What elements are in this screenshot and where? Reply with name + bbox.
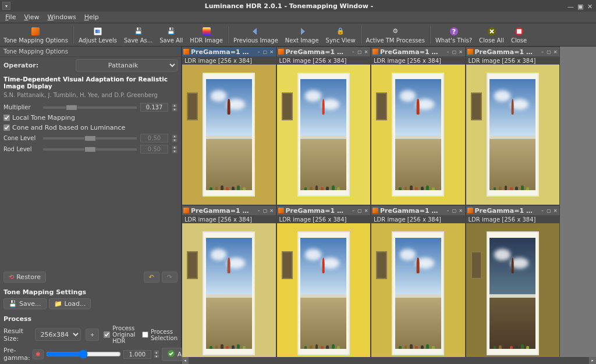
- subwindow-titlebar[interactable]: PreGamma=1 ~ Rein… – ▢ ✕: [371, 206, 465, 215]
- close-button[interactable]: Close: [508, 24, 530, 45]
- scroll-right-button[interactable]: ▸: [589, 357, 596, 364]
- apply-icon: [167, 349, 175, 359]
- subwindow-title: PreGamma=1 ~ Man…: [191, 48, 254, 56]
- sub-maximize-icon[interactable]: ▢: [262, 208, 268, 213]
- close-all-button[interactable]: Close All: [476, 24, 508, 45]
- maximize-icon[interactable]: ▣: [577, 3, 584, 9]
- restore-button[interactable]: ⟲Restore: [3, 272, 46, 283]
- multiplier-slider[interactable]: [43, 106, 137, 109]
- whats-this-button[interactable]: ?What's This?: [432, 24, 476, 45]
- rod-level-input: [140, 145, 168, 154]
- tonemapped-image: [182, 65, 276, 205]
- save-all-button[interactable]: 💾Save All: [156, 24, 186, 45]
- active-tm-button[interactable]: ⚙Active TM Processes: [363, 24, 428, 45]
- app-icon: [278, 208, 284, 213]
- subwindow[interactable]: PreGamma=1 ~ Fatt… – ▢ ✕ LDR image [256 …: [371, 47, 466, 205]
- save-settings-button[interactable]: 💾Save...: [3, 298, 47, 309]
- sub-minimize-icon[interactable]: –: [445, 208, 451, 213]
- pregamma-input[interactable]: [123, 350, 151, 359]
- pregamma-step-down[interactable]: ▾: [154, 354, 159, 358]
- subwindow-titlebar[interactable]: PreGamma=1 ~ Man… – ▢ ✕: [277, 47, 371, 56]
- menu-help[interactable]: Help: [80, 12, 103, 22]
- app-icon: [372, 49, 378, 55]
- sub-maximize-icon[interactable]: ▢: [357, 49, 363, 55]
- subwindow[interactable]: PreGamma=1 ~ Dur… – ▢ ✕ LDR image [256 x…: [276, 205, 371, 364]
- subwindow[interactable]: PreGamma=1 ~ Rein… – ▢ ✕ LDR image [256 …: [371, 205, 466, 364]
- save-as-button[interactable]: 💾Save As...: [120, 24, 156, 45]
- sub-minimize-icon[interactable]: –: [350, 49, 356, 55]
- process-header: Process: [3, 315, 178, 323]
- tonemapped-image: [466, 65, 560, 205]
- multiplier-input[interactable]: [140, 103, 168, 112]
- scroll-left-button[interactable]: ◂: [182, 357, 189, 364]
- pregamma-reset-button[interactable]: ✱: [33, 349, 44, 359]
- subwindow-titlebar[interactable]: PreGamma=1 ~ Dra… – ▢ ✕: [466, 47, 560, 56]
- sub-minimize-icon[interactable]: –: [540, 208, 545, 213]
- subwindow[interactable]: PreGamma=1 ~ Dra… – ▢ ✕ LDR image [256 x…: [182, 205, 276, 364]
- sub-maximize-icon[interactable]: ▢: [357, 208, 363, 213]
- sub-maximize-icon[interactable]: ▢: [452, 49, 457, 55]
- local-tm-checkbox[interactable]: Local Tone Mapping: [3, 114, 178, 122]
- redo-button[interactable]: ↷: [162, 272, 178, 283]
- process-selection-checkbox[interactable]: Process Selection: [142, 329, 178, 341]
- hdr-image-button[interactable]: HDR Image: [186, 24, 226, 45]
- sub-close-icon[interactable]: ✕: [552, 208, 558, 213]
- process-original-checkbox[interactable]: Process Original HDR: [104, 325, 137, 344]
- sub-minimize-icon[interactable]: –: [540, 49, 545, 55]
- sub-minimize-icon[interactable]: –: [256, 208, 262, 213]
- sub-minimize-icon[interactable]: –: [445, 49, 451, 55]
- cone-rod-checkbox[interactable]: Cone and Rod based on Luminance: [3, 124, 178, 131]
- folder-open-icon: 📁: [54, 300, 62, 308]
- subwindow[interactable]: PreGamma=1 ~ Man… – ▢ ✕ LDR image [256 x…: [182, 47, 276, 205]
- sub-close-icon[interactable]: ✕: [458, 208, 464, 213]
- subwindow-title: PreGamma=1 ~ Fatt…: [380, 48, 444, 56]
- tm-options-button[interactable]: Tone Mapping Options: [0, 24, 72, 45]
- subwindow-titlebar[interactable]: PreGamma=1 ~ Dur… – ▢ ✕: [277, 206, 371, 215]
- tm-options-icon: [30, 26, 41, 37]
- sub-minimize-icon[interactable]: –: [350, 208, 356, 213]
- menu-windows[interactable]: Windows: [44, 12, 80, 22]
- sub-close-icon[interactable]: ✕: [269, 49, 275, 55]
- prev-image-button[interactable]: Previous Image: [230, 24, 282, 45]
- sync-view-button[interactable]: 🔒Sync View: [322, 24, 359, 45]
- titlebar-dropdown[interactable]: ▾: [2, 2, 10, 10]
- sub-close-icon[interactable]: ✕: [458, 49, 464, 55]
- sub-close-icon[interactable]: ✕: [552, 49, 558, 55]
- sub-maximize-icon[interactable]: ▢: [262, 49, 268, 55]
- subwindow-titlebar[interactable]: PreGamma=1 ~ Dra… – ▢ ✕: [182, 206, 276, 215]
- subwindow[interactable]: PreGamma=1 ~ Patt… – ▢ ✕ LDR image [256 …: [466, 205, 560, 364]
- adjust-levels-button[interactable]: Adjust Levels: [75, 24, 120, 45]
- sub-minimize-icon[interactable]: –: [256, 49, 262, 55]
- sub-close-icon[interactable]: ✕: [363, 208, 369, 213]
- result-size-combo[interactable]: 256x384: [35, 329, 81, 341]
- minimize-icon[interactable]: —: [567, 3, 574, 9]
- subwindow-titlebar[interactable]: PreGamma=1 ~ Fatt… – ▢ ✕: [371, 47, 465, 56]
- sub-maximize-icon[interactable]: ▢: [546, 208, 552, 213]
- pregamma-step-up[interactable]: ▴: [154, 350, 159, 354]
- subwindow-titlebar[interactable]: PreGamma=1 ~ Patt… – ▢ ✕: [466, 206, 560, 215]
- subwindow[interactable]: PreGamma=1 ~ Man… – ▢ ✕ LDR image [256 x…: [276, 47, 371, 205]
- add-size-button[interactable]: ＋: [86, 329, 99, 341]
- next-image-button[interactable]: Next Image: [282, 24, 322, 45]
- subwindow[interactable]: PreGamma=1 ~ Dra… – ▢ ✕ LDR image [256 x…: [466, 47, 560, 205]
- undo-icon: ↶: [149, 273, 154, 281]
- operator-combo[interactable]: Pattanaik: [76, 59, 178, 72]
- subwindow-titlebar[interactable]: PreGamma=1 ~ Man… – ▢ ✕: [182, 47, 276, 56]
- undo-button[interactable]: ↶: [144, 272, 159, 283]
- sub-maximize-icon[interactable]: ▢: [452, 208, 457, 213]
- subwindow-title: PreGamma=1 ~ Dra…: [191, 207, 254, 215]
- multiplier-step-down[interactable]: ▾: [172, 108, 178, 112]
- pregamma-slider[interactable]: [46, 349, 121, 359]
- menu-file[interactable]: File: [1, 12, 20, 22]
- menu-view[interactable]: View: [20, 12, 43, 22]
- sub-close-icon[interactable]: ✕: [363, 49, 369, 55]
- rod-level-slider: [43, 148, 137, 151]
- horizontal-scrollbar[interactable]: ◂ ▸: [182, 357, 596, 364]
- load-settings-button[interactable]: 📁Load...: [49, 298, 91, 309]
- menubar: File View Windows Help: [0, 12, 596, 23]
- sub-close-icon[interactable]: ✕: [269, 208, 275, 213]
- close-icon[interactable]: ✕: [587, 3, 594, 9]
- sub-maximize-icon[interactable]: ▢: [546, 49, 552, 55]
- app-icon: [467, 49, 473, 55]
- arrow-left-icon: [250, 26, 261, 37]
